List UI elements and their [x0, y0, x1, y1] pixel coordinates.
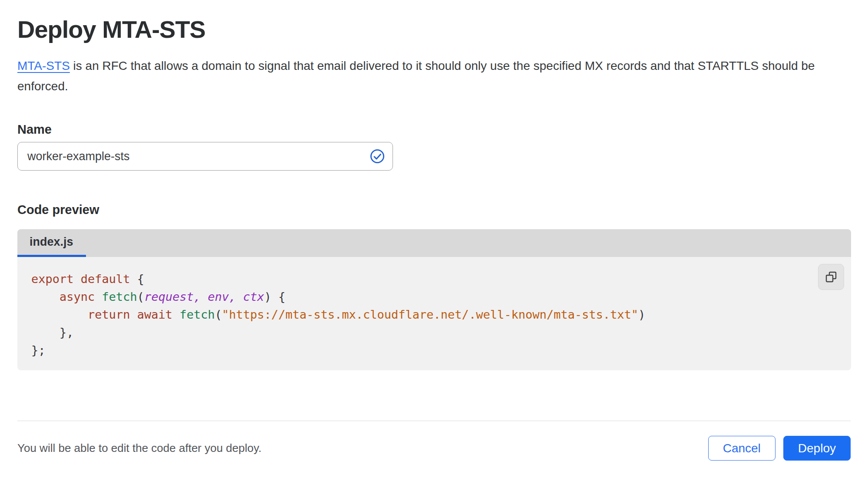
footer-actions: Cancel Deploy [708, 436, 851, 461]
code-line: async fetch(request, env, ctx) { [31, 288, 837, 306]
page-title: Deploy MTA-STS [17, 16, 851, 43]
mta-sts-link[interactable]: MTA-STS [17, 59, 70, 72]
name-input-wrap [17, 142, 393, 171]
code-line: }; [31, 341, 837, 359]
cancel-button[interactable]: Cancel [708, 436, 776, 461]
tab-index-js[interactable]: index.js [17, 229, 86, 257]
code-lines: export default { async fetch(request, en… [31, 270, 837, 359]
code-tab-bar: index.js [17, 229, 851, 257]
code-preview-block: index.js export default { async fetch(re… [17, 229, 851, 370]
copy-button[interactable] [818, 264, 844, 290]
intro-text: is an RFC that allows a domain to signal… [17, 59, 815, 93]
name-input[interactable] [17, 142, 393, 171]
code-line: }, [31, 323, 837, 341]
deploy-mta-sts-page: Deploy MTA-STS MTA-STS is an RFC that al… [0, 16, 868, 494]
footer: You will be able to edit the code after … [17, 436, 851, 461]
footer-divider [17, 421, 851, 421]
intro-paragraph: MTA-STS is an RFC that allows a domain t… [17, 56, 848, 96]
deploy-button[interactable]: Deploy [783, 436, 851, 461]
copy-icon [824, 270, 838, 284]
code-line: export default { [31, 270, 837, 288]
footer-note: You will be able to edit the code after … [17, 441, 261, 455]
check-circle-icon [370, 148, 385, 164]
code-line: return await fetch("https://mta-sts.mx.c… [31, 306, 837, 323]
name-label: Name [17, 122, 851, 137]
code-area: export default { async fetch(request, en… [17, 257, 851, 370]
code-preview-label: Code preview [17, 203, 851, 217]
